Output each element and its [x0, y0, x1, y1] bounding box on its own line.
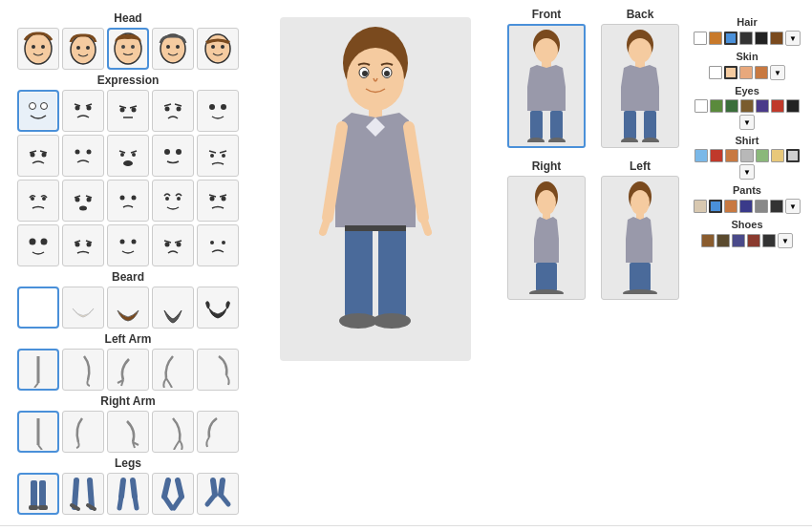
- svg-rect-152: [630, 263, 651, 291]
- expression-13[interactable]: [107, 180, 149, 222]
- pants-color-black[interactable]: [770, 200, 783, 213]
- hair-color-black[interactable]: [755, 32, 768, 45]
- expression-16[interactable]: [17, 224, 59, 266]
- beard-3[interactable]: [152, 287, 194, 329]
- pants-color-gray[interactable]: [755, 200, 768, 213]
- expression-17[interactable]: [62, 224, 104, 266]
- shirt-color-yellow[interactable]: [771, 149, 784, 162]
- hair-color-orange[interactable]: [709, 32, 722, 45]
- eyes-color-black[interactable]: [786, 99, 800, 113]
- right-arm-5[interactable]: [197, 411, 239, 453]
- eyes-color-navy[interactable]: [756, 99, 769, 113]
- shirt-color-green[interactable]: [756, 149, 769, 162]
- back-view-thumb[interactable]: [601, 24, 679, 148]
- shoes-color-dropdown[interactable]: ▼: [778, 233, 793, 248]
- svg-point-72: [165, 197, 169, 201]
- skin-color-dark[interactable]: [755, 66, 768, 79]
- expression-18[interactable]: [107, 224, 149, 266]
- legs-3[interactable]: [107, 473, 149, 515]
- svg-rect-87: [110, 227, 146, 264]
- head-option-1[interactable]: [17, 28, 59, 70]
- left-arm-2[interactable]: [62, 349, 104, 391]
- expression-2[interactable]: [62, 90, 104, 132]
- left-arm-3[interactable]: [107, 349, 149, 391]
- expression-20[interactable]: [197, 224, 239, 266]
- beard-none[interactable]: [17, 287, 59, 329]
- shirt-color-label: Shirt: [694, 135, 801, 146]
- shoes-color-brown[interactable]: [701, 234, 715, 247]
- expression-19[interactable]: [152, 224, 194, 266]
- beard-4[interactable]: [197, 287, 239, 329]
- skin-color-dropdown[interactable]: ▼: [770, 65, 785, 80]
- left-arm-4[interactable]: [152, 349, 194, 391]
- left-arm-1[interactable]: [17, 349, 59, 391]
- eyes-color-white[interactable]: [694, 99, 708, 113]
- expression-12[interactable]: [62, 180, 104, 222]
- right-arm-4[interactable]: [152, 411, 194, 453]
- expression-9[interactable]: [152, 135, 194, 177]
- expression-5[interactable]: [197, 90, 239, 132]
- shoes-color-red[interactable]: [747, 234, 760, 247]
- expression-6[interactable]: [17, 135, 59, 177]
- svg-point-57: [210, 154, 214, 158]
- skin-color-light[interactable]: [724, 66, 737, 79]
- eyes-color-green2[interactable]: [725, 99, 738, 113]
- skin-color-medium[interactable]: [739, 66, 753, 79]
- expression-1[interactable]: [17, 90, 59, 132]
- legs-4[interactable]: [152, 473, 194, 515]
- pants-color-blue[interactable]: [709, 200, 722, 213]
- pants-color-navy[interactable]: [739, 200, 753, 213]
- hair-color-dropdown[interactable]: ▼: [785, 31, 801, 46]
- expression-3[interactable]: [107, 90, 149, 132]
- expression-7[interactable]: [62, 135, 104, 177]
- eyes-color-brown[interactable]: [740, 99, 754, 113]
- left-view-thumb[interactable]: [601, 176, 679, 300]
- beard-1[interactable]: [62, 287, 104, 329]
- svg-point-41: [42, 153, 47, 158]
- pants-color-brown[interactable]: [724, 200, 737, 213]
- eyes-color-green1[interactable]: [710, 99, 723, 113]
- back-view-item: Back: [596, 8, 684, 148]
- right-arm-3[interactable]: [107, 411, 149, 453]
- hair-color-brown[interactable]: [770, 32, 783, 45]
- expression-15[interactable]: [197, 180, 239, 222]
- legs-2[interactable]: [62, 473, 104, 515]
- legs-5[interactable]: [197, 473, 239, 515]
- expression-4[interactable]: [152, 90, 194, 132]
- head-option-2[interactable]: [62, 28, 104, 70]
- beard-section-label: Beard: [8, 270, 248, 284]
- legs-1[interactable]: [17, 473, 59, 515]
- expression-11[interactable]: [17, 180, 59, 222]
- expression-14[interactable]: [152, 180, 194, 222]
- hair-color-darkgray[interactable]: [739, 32, 753, 45]
- head-option-5[interactable]: [197, 28, 239, 70]
- head-option-3[interactable]: [107, 28, 149, 70]
- right-arm-1[interactable]: [17, 411, 59, 453]
- shirt-color-dropdown[interactable]: ▼: [739, 164, 755, 180]
- eyes-color-red[interactable]: [771, 99, 784, 113]
- shirt-color-brown[interactable]: [725, 149, 738, 162]
- shirt-color-gray[interactable]: [740, 149, 754, 162]
- skin-color-row: ▼: [694, 65, 801, 80]
- eyes-color-dropdown[interactable]: ▼: [739, 115, 755, 130]
- right-view-thumb[interactable]: [507, 176, 586, 300]
- expression-8[interactable]: [107, 135, 149, 177]
- shoes-color-black[interactable]: [762, 234, 776, 247]
- beard-2[interactable]: [107, 287, 149, 329]
- hair-color-white[interactable]: [694, 32, 707, 45]
- left-arm-5[interactable]: [197, 349, 239, 391]
- pants-color-tan[interactable]: [694, 200, 707, 213]
- shoes-color-darkbrown[interactable]: [716, 234, 730, 247]
- right-arm-2[interactable]: [62, 411, 104, 453]
- shoes-color-navy[interactable]: [732, 234, 745, 247]
- svg-point-65: [75, 198, 80, 202]
- shirt-color-lightblue[interactable]: [694, 149, 708, 162]
- skin-color-white[interactable]: [709, 66, 722, 79]
- expression-10[interactable]: [197, 135, 239, 177]
- shirt-color-lightgray[interactable]: [786, 149, 800, 162]
- front-view-thumb[interactable]: [507, 24, 586, 148]
- shirt-color-red[interactable]: [710, 149, 723, 162]
- pants-color-dropdown[interactable]: ▼: [785, 199, 801, 214]
- head-option-4[interactable]: [152, 28, 194, 70]
- hair-color-blue[interactable]: [724, 32, 737, 45]
